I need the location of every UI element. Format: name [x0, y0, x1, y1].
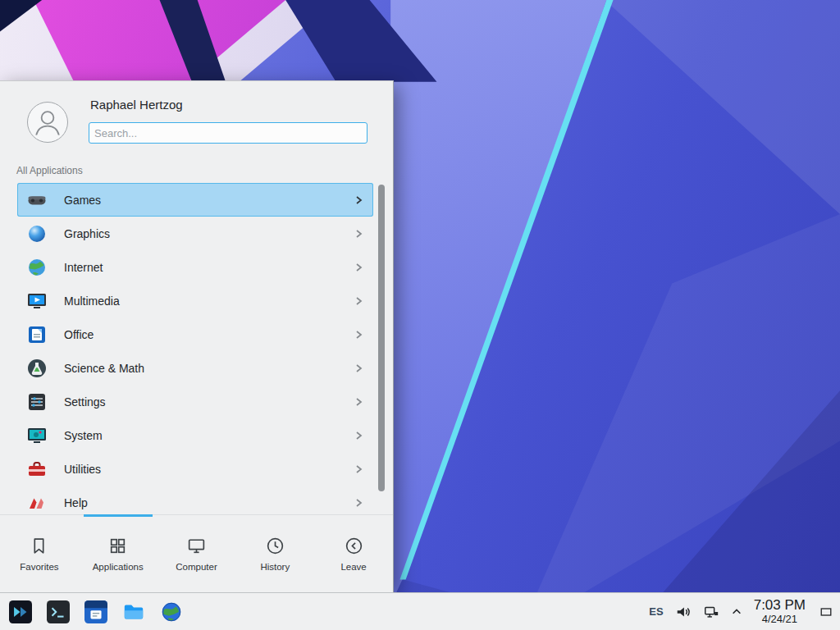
category-label: Graphics	[64, 227, 110, 240]
taskbar: ES 7:03 PM 4/24/21	[0, 592, 840, 630]
category-row-science-math[interactable]: Science & Math	[17, 351, 373, 385]
tab-label: Favorites	[20, 562, 58, 572]
category-row-system[interactable]: System	[17, 418, 373, 452]
tab-leave[interactable]: Leave	[314, 515, 393, 592]
category-label: Internet	[64, 261, 103, 274]
scrollbar-thumb[interactable]	[378, 185, 385, 491]
launcher-header: Raphael Hertzog	[0, 81, 393, 171]
volume-icon[interactable]	[675, 604, 692, 620]
chevron-right-icon	[354, 229, 363, 239]
category-label: Help	[64, 496, 88, 509]
tab-applications[interactable]: Applications	[79, 515, 158, 592]
launcher-tab-bar: Favorites Applications Computer	[0, 514, 393, 592]
tab-label: Computer	[176, 562, 217, 572]
search-input[interactable]	[89, 122, 368, 144]
wired-network-icon[interactable]	[703, 604, 719, 620]
application-launcher-menu: Raphael Hertzog All Applications Games	[0, 80, 394, 592]
category-label: Science & Math	[64, 362, 144, 375]
category-label: Games	[64, 194, 101, 207]
help-icon	[26, 492, 48, 514]
system-monitor-icon	[26, 425, 48, 446]
browser-icon[interactable]	[159, 600, 184, 624]
office-document-icon	[26, 324, 48, 345]
file-manager-icon[interactable]	[121, 600, 146, 624]
chevron-right-icon	[354, 431, 363, 441]
clock-date: 4/24/21	[754, 614, 806, 626]
tab-label: History	[260, 562, 290, 572]
chevron-right-icon	[354, 296, 363, 306]
category-row-utilities[interactable]: Utilities	[17, 452, 373, 486]
multimedia-monitor-icon	[26, 290, 48, 312]
chevron-right-icon	[354, 498, 363, 508]
tab-label: Leave	[340, 562, 366, 572]
expand-tray-caret-icon[interactable]	[731, 606, 742, 618]
tab-computer[interactable]: Computer	[158, 515, 236, 592]
show-desktop-icon	[819, 605, 833, 619]
show-desktop-button[interactable]	[817, 593, 835, 630]
category-label: Multimedia	[64, 294, 120, 308]
chevron-right-icon	[354, 464, 363, 474]
bookmark-icon	[29, 536, 49, 556]
category-row-games[interactable]: Games	[17, 183, 373, 217]
gamepad-icon	[26, 189, 48, 211]
globe-icon	[26, 257, 48, 278]
section-label: All Applications	[16, 165, 83, 176]
category-label: Settings	[64, 395, 106, 409]
tab-history[interactable]: History	[235, 515, 314, 592]
kali-menu-icon[interactable]	[8, 600, 33, 624]
category-label: Utilities	[64, 463, 101, 476]
chevron-right-icon	[354, 363, 363, 373]
person-icon	[29, 103, 66, 141]
user-avatar[interactable]	[27, 102, 68, 143]
leave-icon	[344, 536, 364, 556]
utilities-toolbox-icon	[26, 459, 48, 480]
graphics-sphere-icon	[26, 223, 48, 244]
category-label: System	[64, 429, 103, 442]
category-label: Office	[64, 328, 94, 341]
chevron-right-icon	[354, 397, 363, 407]
system-tray: ES 7:03 PM 4/24/21	[649, 593, 840, 630]
settings-sliders-icon	[26, 391, 48, 413]
category-row-settings[interactable]: Settings	[17, 385, 373, 418]
history-clock-icon	[265, 536, 285, 556]
terminal-icon[interactable]	[46, 600, 71, 624]
grid-icon	[107, 536, 128, 556]
tab-favorites[interactable]: Favorites	[0, 515, 79, 592]
digital-clock[interactable]: 7:03 PM 4/24/21	[754, 597, 806, 625]
category-row-graphics[interactable]: Graphics	[17, 217, 373, 250]
computer-icon	[186, 536, 207, 556]
tab-label: Applications	[93, 562, 144, 572]
keyboard-layout-indicator[interactable]: ES	[649, 605, 663, 618]
clock-time: 7:03 PM	[754, 597, 806, 614]
user-name: Raphael Hertzog	[90, 98, 183, 112]
chevron-right-icon	[354, 195, 363, 205]
science-flask-icon	[26, 358, 48, 379]
chevron-right-icon	[354, 262, 363, 272]
category-row-multimedia[interactable]: Multimedia	[17, 284, 373, 317]
category-row-internet[interactable]: Internet	[17, 250, 373, 284]
category-row-office[interactable]: Office	[17, 317, 373, 351]
taskbar-launchers	[0, 600, 184, 624]
text-editor-icon[interactable]	[84, 600, 108, 624]
chevron-right-icon	[354, 330, 363, 340]
app-category-list: Games Graphics Internet	[0, 183, 393, 519]
